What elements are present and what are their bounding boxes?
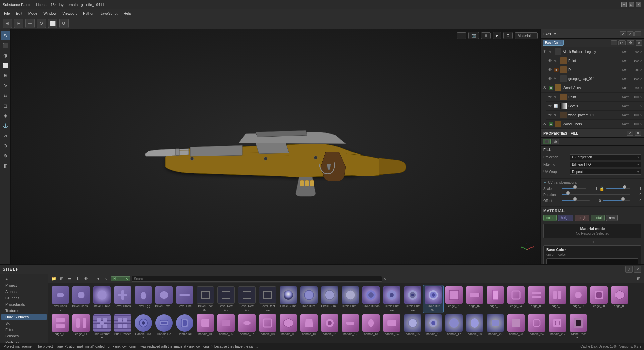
shelf-item-edge8[interactable]: edge_08 <box>589 285 609 313</box>
shelf-item-handle16[interactable]: handle_16 <box>423 313 443 341</box>
viewport-camera-btn[interactable]: 📷 <box>468 32 479 39</box>
mat-channel-color[interactable]: color <box>543 215 557 221</box>
layer-vis-icon[interactable]: 👁 <box>547 58 553 63</box>
shelf-grid-btn[interactable]: ⊞ <box>58 275 65 282</box>
shelf-cat-all[interactable]: All <box>1 276 47 282</box>
shelf-item-circle-bump3[interactable]: Circle Bum... <box>320 285 340 313</box>
viewport-video-btn[interactable]: ▶ <box>493 32 501 39</box>
viewport-settings-btn[interactable]: ⚙ <box>503 32 513 39</box>
layers-options-btn[interactable]: ☰ <box>634 31 641 36</box>
shelf-item-circle-bump2[interactable]: Circle Bum... <box>299 285 319 313</box>
shelf-cat-project[interactable]: Project <box>1 282 47 288</box>
shelf-item-edge9[interactable]: edge_09 <box>610 285 630 313</box>
offset-slider-1[interactable] <box>562 198 590 203</box>
shelf-item-handle-rec2[interactable]: Handle Rec... <box>175 313 195 341</box>
layer-paint-1[interactable]: 👁 ✎ Paint Norm 100 ✕ <box>546 56 644 65</box>
layer-paint-2[interactable]: 👁 ✎ Paint Norm 100 ✕ <box>546 93 644 102</box>
tool-clone[interactable]: ⊕ <box>1 71 10 80</box>
layer-vis-icon[interactable]: 👁 <box>547 95 553 99</box>
shelf-item-bevel-caps[interactable]: Bevel Caps... <box>71 285 91 313</box>
shelf-item-bevel-egg[interactable]: Bevel Egg <box>133 285 153 313</box>
shelf-cat-brushes[interactable]: Brushes <box>1 333 47 339</box>
shelf-item-edge2[interactable]: edge_02 <box>465 285 485 313</box>
shelf-item-handle07[interactable]: handle_07 <box>237 313 257 341</box>
shelf-cat-alphas[interactable]: Alphas <box>1 289 47 295</box>
viewport-render-btn[interactable]: 🖥 <box>481 32 491 39</box>
projection-dropdown[interactable]: UV projection <box>570 154 641 160</box>
shelf-grid-view-btn[interactable]: ⊞ <box>635 275 642 282</box>
layer-close-btn[interactable]: ✕ <box>640 122 643 126</box>
properties-expand-btn[interactable]: ⤢ <box>627 131 633 136</box>
shelf-item-handle15[interactable]: handle_15 <box>402 313 423 341</box>
toolbar-move-icon[interactable]: ✛ <box>25 19 35 28</box>
scale-slider-1[interactable] <box>562 186 586 191</box>
shelf-filter-icon[interactable]: ▼ <box>95 275 102 282</box>
shelf-item-handle-circle[interactable]: Handle Circle <box>133 313 153 341</box>
mat-channel-height[interactable]: height <box>558 215 573 221</box>
shelf-item-edge10[interactable]: edge_10 <box>50 313 70 341</box>
tool-blur[interactable]: ≋ <box>1 91 10 100</box>
shelf-filter-remove-btn[interactable]: ✕ <box>125 277 128 281</box>
mat-channel-rough[interactable]: rough <box>575 215 589 221</box>
shelf-item-handle08[interactable]: handle_08 <box>258 313 278 341</box>
shelf-item-edge7[interactable]: edge_07 <box>568 285 588 313</box>
menu-mode[interactable]: Mode <box>26 11 40 16</box>
shelf-item-handle11[interactable]: handle_11 <box>320 313 340 341</box>
shelf-item-bevel-rect1[interactable]: Bevel Recta... <box>195 285 215 313</box>
shelf-item-grid-alternate[interactable]: Grid Alternate <box>92 313 112 341</box>
shelf-item-bevel-circle[interactable]: Bevel Circle <box>92 285 112 313</box>
maximize-button[interactable]: □ <box>629 2 634 7</box>
shelf-close-btn[interactable]: ✕ <box>634 266 641 273</box>
layers-close-btn[interactable]: ✕ <box>627 31 634 36</box>
shelf-item-circle-button4[interactable]: Circle Butto... <box>423 285 443 313</box>
shelf-item-handle13[interactable]: handle_13 <box>361 313 381 341</box>
shelf-item-bevel-rect4[interactable]: Bevel Recta... <box>258 285 278 313</box>
toolbar-view-icon[interactable]: ⬜ <box>48 19 57 28</box>
shelf-item-edge4[interactable]: edge_04 <box>506 285 526 313</box>
shelf-cat-skin[interactable]: Skin <box>1 320 47 326</box>
shelf-item-edge11[interactable]: edge_11 <box>71 313 91 341</box>
layers-folder-btn[interactable]: 🗁 <box>618 40 626 45</box>
tool-settings[interactable]: ⊙ <box>1 141 10 150</box>
properties-tab-material[interactable]: ◑ <box>552 139 559 144</box>
shelf-item-edge3[interactable]: edge_03 <box>485 285 505 313</box>
shelf-item-circle-bump4[interactable]: Circle Bum... <box>340 285 360 313</box>
shelf-search-clear-btn[interactable]: ✕ <box>383 277 386 281</box>
shelf-item-bevel-line[interactable]: Bevel Line <box>175 285 195 313</box>
tool-erase[interactable]: ⬜ <box>1 61 10 70</box>
filtering-dropdown[interactable]: Bilinear | HQ <box>570 162 641 167</box>
menu-javascript[interactable]: JavaScript <box>98 11 120 16</box>
layer-dirt[interactable]: 👁 ■ Dirt Norm 85 ✕ <box>546 65 644 74</box>
shelf-cat-textures[interactable]: Textures <box>1 308 47 314</box>
scale-slider-2[interactable] <box>606 186 630 191</box>
shelf-item-handle22[interactable]: handle_22 <box>485 313 505 341</box>
layer-close-btn[interactable]: ✕ <box>640 77 643 81</box>
layer-vis-icon[interactable]: 👁 <box>547 113 553 117</box>
shelf-item-handle24[interactable]: handle_24 <box>527 313 547 341</box>
layer-close-btn[interactable]: ✕ <box>640 104 643 108</box>
properties-close-btn[interactable]: ✕ <box>635 131 641 136</box>
shelf-item-handle-rec1[interactable]: Handle Rec... <box>154 313 174 341</box>
rotation-slider[interactable] <box>562 192 630 197</box>
shelf-item-handle09[interactable]: handle_09 <box>278 313 298 341</box>
layer-vis-icon[interactable]: 👁 <box>547 76 553 81</box>
viewport-pause-btn[interactable]: ⏸ <box>457 32 466 39</box>
base-color-swatch[interactable] <box>546 258 638 264</box>
shelf-list-btn[interactable]: ☰ <box>66 275 73 282</box>
menu-help[interactable]: Help <box>121 11 134 16</box>
shelf-item-handle14[interactable]: handle_14 <box>382 313 402 341</box>
shelf-item-handle18[interactable]: handle_18 <box>465 313 485 341</box>
shelf-item-handle17[interactable]: handle_17 <box>444 313 464 341</box>
layer-close-btn[interactable]: ✕ <box>640 50 643 54</box>
toolbar-refresh-icon[interactable]: ⟳ <box>59 19 69 28</box>
properties-tab-fill[interactable]: ⬛ <box>543 139 551 144</box>
layers-delete-btn[interactable]: 🗑 <box>627 40 634 45</box>
menu-viewport[interactable]: Viewport <box>60 11 79 16</box>
lock-icon[interactable]: 🔒 <box>599 186 604 191</box>
shelf-item-edge5[interactable]: edge_05 <box>527 285 547 313</box>
tool-anchor[interactable]: ⚓ <box>1 121 10 130</box>
menu-file[interactable]: File <box>1 11 13 16</box>
layer-wood-veins[interactable]: 👁 ■ Wood Veins Norm 50 ✕ <box>541 83 644 93</box>
layer-levels[interactable]: 👁 📊 Levels Norm ✕ <box>546 102 644 111</box>
offset-slider-2[interactable] <box>603 198 630 203</box>
